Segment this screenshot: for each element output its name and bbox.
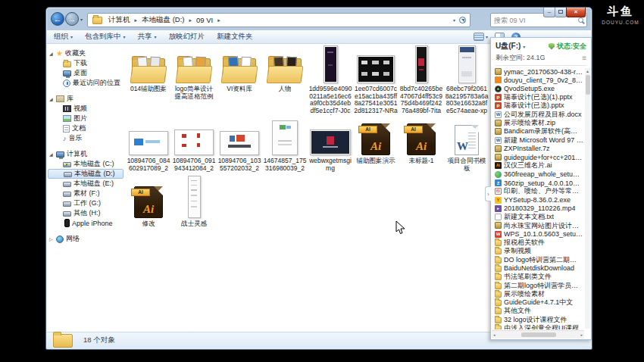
scroll-up-icon[interactable]: ▲ <box>585 68 590 74</box>
expanded-icon[interactable]: ◢ <box>49 96 55 101</box>
panel-file-row[interactable]: 报税相关软件 <box>492 239 583 247</box>
panel-file-row[interactable]: Z360zip_setup_4.0.0.1050.exe <box>492 179 583 187</box>
sidebar-item[interactable]: 下载 <box>47 58 126 68</box>
panel-file-row[interactable]: douyu_client_79_0v2_8_2.exe <box>492 76 583 84</box>
file-item[interactable]: 战士灵感 <box>171 175 217 228</box>
panel-file-row[interactable]: 尚水珠宝网站图片设计文件.zip <box>492 221 583 229</box>
sidebar-item[interactable]: 工作 (G:) <box>47 198 126 208</box>
panel-vertical-scrollbar[interactable]: ▲ <box>585 68 590 329</box>
expanded-icon[interactable]: ◢ <box>49 51 55 56</box>
panel-file-row[interactable]: BaiduNetdiskDownload <box>492 264 583 273</box>
panel-file-row[interactable]: Bandicam录屏软件(高级).zip <box>492 127 583 136</box>
file-item[interactable]: 10894706_103557202032_2 <box>217 116 262 172</box>
file-item[interactable]: 68ebc79f20618a2195783a6a803e16632a8fe5c7… <box>444 47 489 115</box>
breadcrumb[interactable]: 计算机▸本地磁盘 (D:)▸09 VI▸ ▾ <box>87 13 470 27</box>
file-item[interactable]: 14674857_175316980039_2 <box>262 116 308 172</box>
panel-file-row[interactable]: 印印刷、喷绘、户外等常用工艺... <box>492 187 583 195</box>
sidebar-item[interactable]: 本地磁盘 (D:) <box>48 169 123 179</box>
back-button[interactable]: ← <box>51 12 64 26</box>
file-item[interactable]: 10894706_091943412084_2 <box>171 116 217 172</box>
file-item[interactable]: VI资料库 <box>217 47 262 93</box>
refresh-icon[interactable] <box>459 17 466 23</box>
panel-file-row[interactable]: 展示喷绘素材.zip <box>492 119 583 127</box>
file-item[interactable]: AIAi修改 <box>126 175 171 228</box>
panel-file-row[interactable]: 第二期logo特训营学员名单 <box>492 281 583 289</box>
file-item[interactable]: logo简单设计提高逼格范例 <box>171 47 217 100</box>
panel-file-row[interactable]: 新建文本文档.txt <box>492 213 583 221</box>
panel-file-row[interactable]: Ai汉仪三维名片.ai <box>492 161 583 170</box>
hscroll-thumb[interactable] <box>521 332 556 337</box>
file-item[interactable]: 10894706_084602917089_2 <box>126 116 171 172</box>
panel-file-row[interactable]: 展示喷绘素材 <box>492 290 583 298</box>
toolbar-button[interactable]: 新建文件夹 <box>217 32 253 42</box>
sidebar-item[interactable]: 素材 (F:) <box>47 189 126 198</box>
maximize-button[interactable] <box>555 8 567 17</box>
sidebar-item[interactable]: ♪音乐 <box>47 133 126 143</box>
toolbar-button[interactable]: 放映幻灯片 <box>169 32 205 42</box>
sidebar-item[interactable]: 本地磁盘 (C:) <box>47 159 126 169</box>
panel-file-row[interactable]: YYYSetup-8.36.0.2.exe <box>492 195 583 204</box>
panel-file-row[interactable]: WWPS_10.1.0.5603_setup.1468... <box>492 230 583 239</box>
sidebar-section-header[interactable]: ▷网络 <box>47 234 126 244</box>
file-item[interactable]: 人物 <box>262 47 308 93</box>
sidebar-item[interactable]: 其他 (H:) <box>47 208 126 218</box>
history-dropdown-icon[interactable]: ▾ <box>80 17 83 22</box>
toolbar-button[interactable]: 共享▾ <box>138 32 157 42</box>
expanded-icon[interactable]: ◢ <box>49 151 55 157</box>
scroll-left-icon[interactable]: ◂ <box>493 332 496 337</box>
panel-file-row[interactable]: guideguide+for+cc+2015... <box>492 153 583 161</box>
sidebar-item[interactable]: 本地磁盘 (E:) <box>47 179 126 189</box>
sidebar-item[interactable]: 桌面 <box>47 68 126 78</box>
breadcrumb-segment[interactable]: 09 VI <box>192 16 217 24</box>
panel-file-row[interactable]: ZXPInstaller.7z <box>492 145 583 153</box>
panel-menu-icon[interactable]: ≡ <box>582 55 586 61</box>
sidebar-section-header[interactable]: ◢计算机 <box>47 149 126 159</box>
panel-file-row[interactable]: W新建 Microsoft Word 97 - 20... <box>492 136 583 144</box>
search-input[interactable] <box>494 17 578 24</box>
sidebar-section-header[interactable]: ◢库 <box>47 94 126 104</box>
forward-button[interactable]: → <box>65 12 79 26</box>
panel-file-row[interactable]: 32 logo设计课程文件 <box>492 316 583 324</box>
file-item[interactable]: 1dd9596e40900211a5e16ec6a9f0cb35d4ebdf5e… <box>308 47 353 115</box>
panel-file-row[interactable]: W公司发展历程及目标.docx <box>492 110 583 118</box>
panel-file-row[interactable]: GuideGuide+4.7.1中文 <box>492 298 583 307</box>
file-item[interactable]: AIAi未标题-1 <box>399 116 444 165</box>
toolbar-button[interactable]: 组织▾ <box>54 32 73 42</box>
sidebar-section-header[interactable]: ◢★收藏夹 <box>47 48 126 58</box>
minimize-button[interactable]: – <box>543 8 555 17</box>
file-item[interactable]: webwxgetmsgimg <box>308 116 353 172</box>
toolbar-button[interactable]: 包含到库中▾ <box>85 32 126 42</box>
panel-file-row[interactable]: DO logo特训营第二期课程文件 <box>492 256 583 264</box>
panel-file-row[interactable]: yymac_20170630-438-r1670... <box>492 67 583 76</box>
panel-file-row[interactable]: P瑞泰设计(已选)(1).pptx <box>492 93 583 101</box>
change-view-button[interactable]: ▾ <box>474 33 488 41</box>
sidebar-item[interactable]: 视频 <box>47 104 126 114</box>
file-item[interactable]: 8bd7c40265be47067d4ff53c975d4b469f24276a… <box>399 47 444 115</box>
address-dropdown-icon[interactable]: ▾ <box>453 17 455 23</box>
close-button[interactable]: × <box>566 8 586 17</box>
panel-file-row[interactable]: 360freeap_whole_setup_5.3.0... <box>492 170 583 179</box>
collapsed-icon[interactable]: ▷ <box>49 236 55 242</box>
file-item[interactable]: W项目合同书模板 <box>444 116 489 172</box>
drive-name[interactable]: U盘(F:) <box>496 41 521 51</box>
sidebar-item[interactable]: Apple iPhone <box>47 218 126 228</box>
file-item[interactable]: AIAi辅助图案演示 <box>353 116 399 165</box>
sidebar-item[interactable]: 图片 <box>47 114 126 123</box>
panel-file-row[interactable]: 书法笔刷类文件 <box>492 273 583 281</box>
sidebar-item[interactable]: 文档 <box>47 123 126 133</box>
panel-horizontal-scrollbar[interactable]: ◂ ▸ <box>492 330 584 339</box>
panel-file-row[interactable]: 其他文件 <box>492 307 583 315</box>
panel-file-row[interactable]: 录制视频 <box>492 247 583 255</box>
panel-collapse-tab[interactable]: › <box>485 186 491 201</box>
breadcrumb-segment[interactable]: 本地磁盘 (D:) <box>138 15 188 25</box>
file-item[interactable]: 1ee07cd6007ce15ac1ba435ff8a27541e30512d8… <box>353 47 399 115</box>
panel-file-row[interactable]: 由浅入深创意全程UI课程 <box>492 324 583 329</box>
file-item[interactable]: 014辅助图案 <box>126 47 171 93</box>
panel-file-row[interactable]: QvodSetup5.exe <box>492 85 583 93</box>
panel-file-row[interactable]: ▸20180329_110226.mp4 <box>492 204 583 213</box>
drive-dropdown-icon[interactable]: ▾ <box>523 44 525 49</box>
sidebar-item[interactable]: 最近访问的位置 <box>47 78 126 88</box>
scroll-right-icon[interactable]: ▸ <box>580 332 583 337</box>
panel-file-row[interactable]: P瑞泰设计(已选).pptx <box>492 101 583 110</box>
breadcrumb-segment[interactable]: 计算机 <box>105 15 134 25</box>
